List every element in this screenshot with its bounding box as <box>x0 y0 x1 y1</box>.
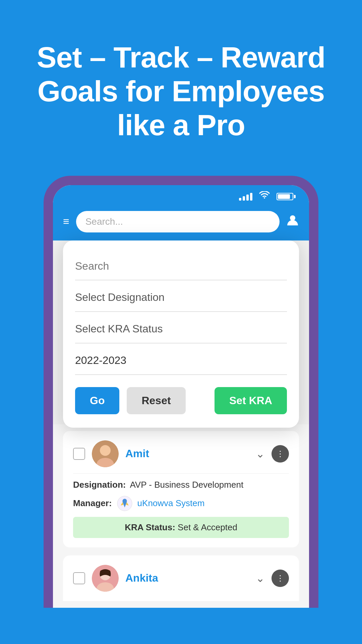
hero-title: Set – Track – Reward Goals for Employees… <box>20 40 342 142</box>
kra-status-value: Set & Accepted <box>178 522 237 532</box>
svg-point-0 <box>290 215 295 221</box>
employee-header-2: Ankita ⌄ ⋮ <box>73 565 289 592</box>
search-input[interactable] <box>75 253 287 280</box>
manager-name: uKnowva System <box>137 498 205 508</box>
employee-name-2: Ankita <box>125 572 249 584</box>
header-search-bar[interactable]: Search... <box>76 211 280 232</box>
manager-row: Manager: uKnowva System <box>73 495 289 512</box>
year-select[interactable]: 2022-2023 <box>75 346 287 375</box>
svg-point-2 <box>100 445 111 456</box>
menu-icon[interactable]: ≡ <box>63 215 69 228</box>
set-kra-button[interactable]: Set KRA <box>215 387 287 414</box>
hero-section: Set – Track – Reward Goals for Employees… <box>0 0 362 162</box>
manager-label: Manager: <box>73 498 112 508</box>
employee-checkbox[interactable] <box>73 448 85 460</box>
chevron-down-icon[interactable]: ⌄ <box>256 447 265 460</box>
designation-value: AVP - Business Development <box>130 480 243 490</box>
employee-menu-icon[interactable]: ⋮ <box>272 445 289 463</box>
status-bar <box>53 185 309 206</box>
designation-label: Designation: <box>73 480 126 490</box>
go-button[interactable]: Go <box>75 387 119 414</box>
avatar-circle <box>92 440 119 467</box>
user-profile-icon[interactable] <box>286 214 299 229</box>
kra-status-badge: KRA Status: Set & Accepted <box>73 517 289 538</box>
chevron-down-icon-2[interactable]: ⌄ <box>256 572 265 585</box>
employee-card-partial: Ankita ⌄ ⋮ <box>63 555 299 601</box>
phone-screen: ≡ Search... Select Designation <box>53 185 309 608</box>
wifi-icon <box>259 191 270 202</box>
kra-status-select[interactable]: Select KRA Status <box>75 315 287 343</box>
employee-menu-icon-2[interactable]: ⋮ <box>272 570 289 587</box>
designation-row: Designation: AVP - Business Development <box>73 480 289 490</box>
signal-icon <box>239 193 252 201</box>
app-header: ≡ Search... <box>53 206 309 240</box>
employee-avatar <box>92 440 119 467</box>
employee-card: Amit ⌄ ⋮ Designation: AVP - Business Dev… <box>63 431 299 547</box>
reset-button[interactable]: Reset <box>127 387 185 414</box>
manager-logo <box>116 495 133 512</box>
year-select-row: 2022-2023 <box>75 346 287 378</box>
avatar-circle-2 <box>92 565 119 592</box>
employee-name: Amit <box>125 447 249 460</box>
employee-list: Amit ⌄ ⋮ Designation: AVP - Business Dev… <box>53 424 309 608</box>
header-search-placeholder: Search... <box>85 216 123 227</box>
designation-select-row: Select Designation <box>75 283 287 315</box>
kra-status-select-row: Select KRA Status <box>75 315 287 346</box>
phone-frame: ≡ Search... Select Designation <box>44 176 318 608</box>
employee-header: Amit ⌄ ⋮ <box>73 440 289 467</box>
employee-avatar-2 <box>92 565 119 592</box>
battery-icon <box>277 193 296 200</box>
designation-select[interactable]: Select Designation <box>75 283 287 312</box>
phone-mockup: ≡ Search... Select Designation <box>44 176 318 608</box>
employee-details: Designation: AVP - Business Development … <box>73 473 289 538</box>
filter-actions: Go Reset Set KRA <box>75 387 287 414</box>
kra-status-label: KRA Status: <box>125 522 175 532</box>
filter-card: Select Designation Select KRA Status 202… <box>63 240 299 428</box>
employee-checkbox-2[interactable] <box>73 572 85 584</box>
